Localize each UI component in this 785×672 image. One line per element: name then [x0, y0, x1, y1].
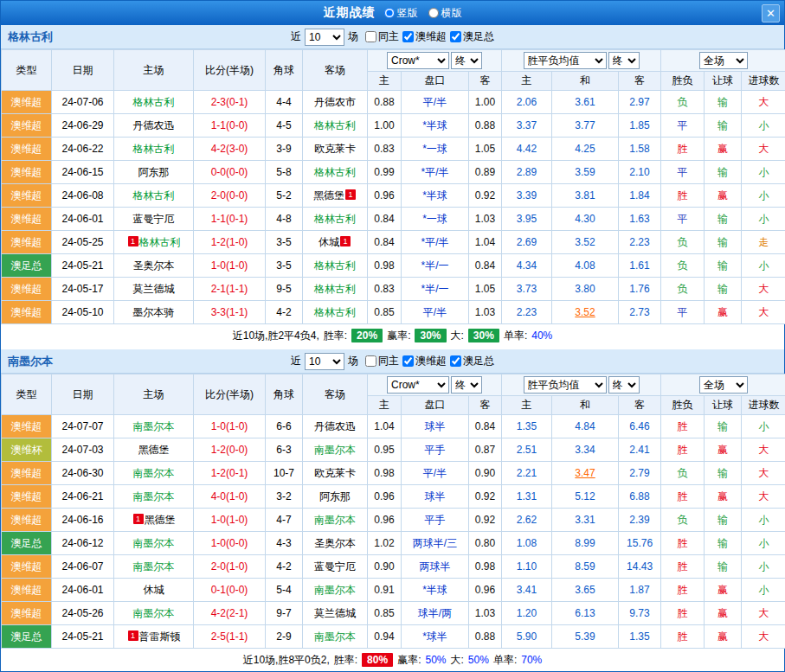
- avg-final-select[interactable]: 终: [608, 376, 640, 394]
- checkbox-input[interactable]: [365, 31, 376, 42]
- unit-label: 场: [348, 354, 358, 368]
- avg-lose: 1.87: [619, 579, 661, 602]
- checkbox-input[interactable]: [402, 355, 414, 367]
- result-goals: 大: [742, 438, 785, 462]
- handicap-home-odds: 0.84: [368, 208, 402, 231]
- home-team: 墨尔本骑: [114, 301, 194, 324]
- team-name: 南墨尔本: [314, 584, 356, 596]
- corner-score: 5-4: [266, 579, 303, 602]
- column-header: 比分(半场): [194, 374, 266, 415]
- match-count-select[interactable]: 10: [305, 353, 344, 370]
- away-team: 欧克莱卡: [303, 138, 368, 161]
- result-goals: 小: [742, 184, 785, 208]
- checkbox-input[interactable]: [365, 355, 376, 367]
- filter-checkbox-option[interactable]: 澳维超: [402, 29, 447, 44]
- avg-lose: 9.73: [619, 602, 661, 625]
- checkbox-label: 澳足总: [463, 354, 494, 368]
- red-card-badge: 1: [340, 236, 351, 246]
- away-team: 圣奥尔本: [303, 532, 368, 555]
- handicap-home-odds: 0.96: [368, 509, 402, 532]
- filter-checkbox-option[interactable]: 同主: [365, 354, 399, 368]
- home-team: 格林古利: [114, 138, 194, 161]
- checkbox-input[interactable]: [450, 355, 461, 367]
- avg-win: 3.37: [502, 114, 552, 138]
- result-handicap: 输: [705, 208, 742, 231]
- section-team-name: 格林古利: [8, 29, 53, 45]
- scope-select[interactable]: 全场: [699, 376, 748, 394]
- avg-lose: 1.35: [619, 625, 661, 649]
- stat-value: 50%: [425, 654, 446, 666]
- avg-draw: 3.34: [552, 438, 619, 462]
- match-date: 24-06-30: [52, 462, 114, 485]
- table-row: 澳维超24-06-22格林古利4-2(3-0)3-9欧克莱卡0.83*一球1.0…: [2, 138, 785, 161]
- handicap-line: *半球: [402, 114, 469, 138]
- close-icon[interactable]: ✕: [762, 4, 780, 22]
- away-team: 南墨尔本: [303, 438, 368, 462]
- company-select[interactable]: Crow*: [387, 52, 449, 69]
- avg-odds-controls: 胜平负均值终: [502, 50, 661, 72]
- avg-type-select[interactable]: 胜平负均值: [524, 52, 607, 69]
- avg-lose: 1.85: [619, 114, 661, 138]
- table-row: 澳维超24-07-06格林古利2-3(0-1)4-4丹德农市0.88平/半1.0…: [2, 91, 785, 114]
- result-goals: 小: [742, 509, 785, 532]
- result-wdl: 胜: [661, 532, 705, 555]
- home-team: 南墨尔本: [114, 602, 194, 625]
- company-select[interactable]: Crow*: [387, 376, 449, 394]
- handicap-line: 球半: [402, 415, 469, 438]
- column-header: 让球: [705, 72, 742, 91]
- avg-lose: 2.73: [619, 301, 661, 324]
- team-name: 莫兰德城: [314, 607, 356, 619]
- result-wdl: 胜: [661, 555, 705, 579]
- score: 3-3(1-1): [194, 301, 266, 324]
- handicap-home-odds: 1.04: [368, 415, 402, 438]
- result-goals: 小: [742, 161, 785, 184]
- avg-final-select[interactable]: 终: [608, 52, 640, 69]
- handicap-away-odds: 0.87: [469, 438, 502, 462]
- match-count-select[interactable]: 10: [305, 29, 344, 46]
- layout-radio-option[interactable]: 横版: [428, 6, 462, 21]
- score: 2-0(0-0): [194, 184, 266, 208]
- layout-radio-input[interactable]: [384, 8, 395, 18]
- team-name: 南墨尔本: [133, 560, 175, 573]
- checkbox-input[interactable]: [450, 31, 461, 42]
- final-select[interactable]: 终: [451, 376, 482, 394]
- handicap-home-odds: 0.90: [368, 555, 402, 579]
- layout-radio-input[interactable]: [428, 8, 439, 18]
- match-date: 24-05-21: [52, 254, 114, 278]
- result-handicap: 输: [705, 254, 742, 278]
- avg-type-select[interactable]: 胜平负均值: [524, 376, 607, 394]
- handicap-line: 两球半/三: [402, 532, 469, 555]
- filter-checkbox-option[interactable]: 澳足总: [450, 354, 494, 368]
- team-section: 格林古利 近 10 场 同主澳维超澳足总 类型日期主场比分(半场)角球客场Cro…: [1, 25, 784, 347]
- avg-draw: 3.52: [552, 231, 619, 254]
- avg-draw: 3.81: [552, 184, 619, 208]
- layout-radio-option[interactable]: 竖版: [384, 6, 418, 21]
- result-handicap: 赢: [705, 579, 742, 602]
- team-name: 墨尔本骑: [133, 306, 175, 318]
- team-name: 格林古利: [133, 143, 175, 155]
- scope-select[interactable]: 全场: [699, 52, 748, 69]
- team-name: 莫兰德城: [133, 283, 175, 295]
- column-header: 让球: [705, 396, 742, 415]
- results-table: 类型日期主场比分(半场)角球客场Crow*终胜平负均值终全场 主盘口客主和客胜负…: [1, 49, 785, 324]
- league-badge: 澳维超: [2, 278, 52, 301]
- table-row: 澳维超24-06-01休城0-1(0-0)5-4南墨尔本0.91*半球0.963…: [2, 579, 785, 602]
- away-team: 格林古利: [303, 278, 368, 301]
- match-date: 24-07-07: [52, 415, 114, 438]
- final-select[interactable]: 终: [451, 52, 482, 69]
- score: 1-2(1-0): [194, 231, 266, 254]
- corner-score: 4-8: [266, 208, 303, 231]
- checkbox-input[interactable]: [402, 31, 414, 42]
- result-wdl: 平: [661, 301, 705, 324]
- filter-checkbox-option[interactable]: 澳足总: [450, 29, 494, 44]
- handicap-away-odds: 0.92: [469, 485, 502, 509]
- handicap-line: *球半: [402, 625, 469, 649]
- stat-value: 80%: [362, 653, 393, 667]
- filter-checkbox-option[interactable]: 同主: [365, 29, 399, 44]
- score: 4-0(1-0): [194, 485, 266, 509]
- league-badge: 澳维超: [2, 462, 52, 485]
- team-name: 蓝曼宁厄: [133, 213, 175, 225]
- filter-checkbox-option[interactable]: 澳维超: [402, 354, 447, 368]
- avg-win: 2.23: [502, 301, 552, 324]
- away-team: 丹德农市: [303, 91, 368, 114]
